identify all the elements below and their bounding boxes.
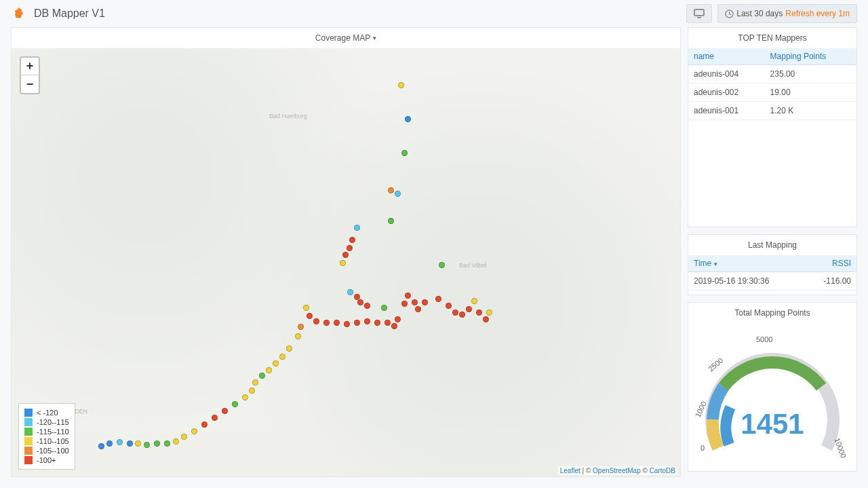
map-canvas[interactable]: WIESBADENBad HomburgBad Vilbel + − < -12… (12, 48, 680, 476)
map-data-point[interactable] (384, 320, 391, 326)
map-data-point[interactable] (439, 262, 445, 268)
map-data-point[interactable] (374, 320, 380, 326)
map-data-point[interactable] (354, 225, 360, 231)
cell-points: 19.00 (765, 83, 856, 102)
map-data-point[interactable] (323, 320, 330, 326)
map-data-point[interactable] (173, 438, 179, 445)
map-data-point[interactable] (295, 333, 301, 339)
map-data-point[interactable] (405, 116, 411, 122)
map-data-point[interactable] (364, 318, 370, 324)
map-data-point[interactable] (446, 303, 452, 309)
map-data-point[interactable] (347, 245, 353, 251)
map-data-point[interactable] (354, 320, 360, 326)
map-data-point[interactable] (154, 440, 160, 447)
top-mappers-title[interactable]: TOP TEN Mappers (688, 28, 856, 48)
last-mapping-table: Time▼ RSSI 2019-05-16 19:30:36-116.00 (688, 255, 856, 290)
map-data-point[interactable] (144, 442, 150, 448)
map-data-point[interactable] (279, 354, 285, 360)
map-data-point[interactable] (412, 299, 418, 305)
legend-swatch (24, 418, 33, 426)
col-points[interactable]: Mapping Points (765, 48, 856, 65)
zoom-in-button[interactable]: + (21, 58, 39, 75)
map-data-point[interactable] (401, 150, 408, 156)
col-time[interactable]: Time▼ (688, 255, 805, 272)
map-data-point[interactable] (405, 293, 411, 299)
map-legend: < -120-120--115-115--110-110--105-105--1… (18, 403, 75, 470)
map-data-point[interactable] (395, 191, 401, 197)
map-data-point[interactable] (298, 324, 304, 330)
clock-icon (725, 10, 734, 18)
map-data-point[interactable] (307, 313, 313, 319)
map-data-point[interactable] (252, 379, 258, 386)
map-data-point[interactable] (212, 415, 218, 421)
map-data-point[interactable] (381, 305, 387, 311)
map-data-point[interactable] (466, 306, 472, 312)
legend-row: -100+ (24, 455, 69, 465)
map-data-point[interactable] (181, 434, 187, 440)
map-data-point[interactable] (286, 345, 292, 352)
zoom-out-button[interactable]: − (21, 75, 39, 93)
map-data-point[interactable] (388, 187, 394, 193)
legend-row: -120--115 (24, 417, 69, 427)
last-mapping-title[interactable]: Last Mapping (688, 235, 856, 255)
map-data-point[interactable] (98, 443, 104, 449)
map-data-point[interactable] (222, 408, 228, 414)
map-data-point[interactable] (191, 428, 197, 434)
tick-5000: 5000 (756, 335, 772, 343)
map-data-point[interactable] (273, 360, 279, 367)
map-data-point[interactable] (313, 318, 319, 324)
map-panel-title[interactable]: Coverage MAP ▾ (12, 28, 680, 48)
map-data-point[interactable] (486, 309, 492, 316)
map-data-point[interactable] (344, 321, 350, 327)
map-attribution: Leaflet | © OpenStreetMap © CartoDB (558, 466, 677, 475)
gauge-value: 1451 (741, 408, 804, 440)
map-data-point[interactable] (483, 316, 489, 322)
map-data-point[interactable] (357, 299, 363, 305)
map-data-point[interactable] (249, 388, 255, 394)
map-data-point[interactable] (135, 440, 141, 447)
map-data-point[interactable] (334, 320, 340, 326)
map-data-point[interactable] (459, 312, 465, 318)
map-data-point[interactable] (259, 373, 265, 379)
legend-swatch (24, 428, 33, 436)
map-data-point[interactable] (164, 440, 170, 447)
carto-link[interactable]: CartoDB (650, 467, 675, 474)
total-points-title[interactable]: Total Mapping Points (688, 303, 856, 323)
col-rssi[interactable]: RSSI (805, 255, 856, 272)
monitor-icon (694, 9, 705, 18)
map-data-point[interactable] (398, 82, 404, 88)
map-data-point[interactable] (364, 303, 370, 309)
map-data-point[interactable] (391, 323, 397, 329)
legend-row: < -120 (24, 408, 69, 417)
map-data-point[interactable] (422, 299, 428, 305)
map-data-point[interactable] (201, 421, 208, 428)
map-data-point[interactable] (340, 260, 346, 266)
map-data-point[interactable] (117, 439, 123, 445)
legend-label: -100+ (37, 456, 56, 464)
map-data-point[interactable] (395, 316, 401, 322)
tv-mode-button[interactable] (686, 4, 712, 23)
map-data-point[interactable] (232, 401, 238, 407)
map-data-point[interactable] (342, 252, 349, 258)
time-range-button[interactable]: Last 30 days Refresh every 1m (717, 4, 857, 23)
map-data-point[interactable] (242, 394, 248, 400)
col-name[interactable]: name (688, 48, 765, 65)
map-data-point[interactable] (471, 298, 477, 304)
osm-link[interactable]: OpenStreetMap (593, 467, 641, 474)
map-data-point[interactable] (347, 289, 353, 295)
legend-label: -110--105 (37, 437, 69, 445)
map-data-point[interactable] (415, 306, 421, 312)
legend-swatch (24, 447, 33, 455)
map-data-point[interactable] (266, 367, 272, 373)
refresh-label: Refresh every 1m (785, 9, 850, 18)
map-data-point[interactable] (401, 301, 408, 307)
map-data-point[interactable] (127, 440, 133, 447)
leaflet-link[interactable]: Leaflet (560, 467, 580, 474)
map-data-point[interactable] (303, 305, 309, 311)
map-data-point[interactable] (435, 296, 441, 302)
map-data-point[interactable] (388, 218, 394, 224)
map-data-point[interactable] (476, 309, 482, 316)
map-data-point[interactable] (452, 309, 458, 316)
map-data-point[interactable] (106, 440, 113, 447)
map-data-point[interactable] (349, 237, 355, 243)
